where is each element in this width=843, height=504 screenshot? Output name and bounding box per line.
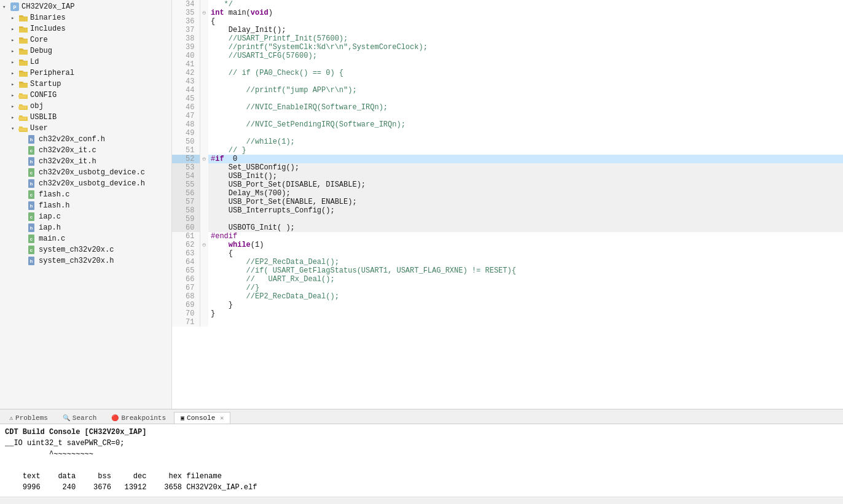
- sidebar-item-debug[interactable]: ▸ Debug: [0, 45, 171, 56]
- code-text: //USART_Printf_Init(57600);: [208, 34, 843, 43]
- code-view[interactable]: 34 */35⊖int main(void)36{37 Delay_Init()…: [172, 0, 843, 409]
- line-number: 38: [172, 34, 200, 43]
- tab-search[interactable]: 🔍Search: [56, 412, 104, 424]
- sidebar-item-ch32v20x_it_c[interactable]: c ch32v20x_it.c: [0, 145, 171, 156]
- sidebar-item-user[interactable]: ▾ User: [0, 123, 171, 134]
- code-text: //printf("SystemClk:%d\r\n",SystemCoreCl…: [208, 43, 843, 52]
- tab-breakpoints[interactable]: 🔴Breakpoints: [104, 412, 173, 424]
- sidebar-item-includes[interactable]: ▸ Includes: [0, 23, 171, 34]
- sidebar-item-core[interactable]: ▸ Core: [0, 34, 171, 45]
- line-number: 59: [172, 215, 200, 223]
- console-line-4: 9996 240 3676 13912 3658 CH32V20x_IAP.el…: [5, 482, 838, 493]
- file-h-icon: h: [27, 157, 37, 166]
- code-text: while(1): [208, 241, 843, 249]
- expand-arrow[interactable]: ▸: [11, 15, 18, 21]
- sidebar-item-flash_h[interactable]: h flash.h: [0, 200, 171, 211]
- expand-arrow[interactable]: ▸: [11, 26, 18, 33]
- line-number: 40: [172, 52, 200, 60]
- sidebar-item-label: ch32v20x_it.h: [39, 157, 96, 166]
- fold-indicator: [200, 112, 208, 120]
- expand-arrow[interactable]: ▸: [11, 48, 18, 55]
- expand-arrow[interactable]: ▾: [2, 4, 10, 10]
- expand-arrow[interactable]: ▾: [11, 125, 18, 132]
- folder-icon: [18, 24, 28, 34]
- sidebar-item-usblib[interactable]: ▸ USBLIB: [0, 112, 171, 123]
- tab-console[interactable]: ▣Console✕: [174, 412, 230, 424]
- scrollbar[interactable]: [0, 497, 843, 504]
- fold-indicator[interactable]: ⊖: [200, 9, 208, 17]
- expand-arrow[interactable]: ▸: [11, 59, 18, 66]
- expand-arrow[interactable]: ▸: [11, 103, 18, 110]
- sidebar-item-project-root[interactable]: ▾ P CH32V20x_IAP: [0, 1, 171, 12]
- console-content: CDT Build Console [CH32V20x_IAP]__IO uin…: [0, 424, 843, 497]
- fold-indicator: [200, 43, 208, 52]
- file-tree[interactable]: ▾ P CH32V20x_IAP ▸ Binaries ▸ Includes ▸…: [0, 0, 172, 409]
- fold-indicator: [200, 249, 208, 258]
- fold-indicator[interactable]: ⊖: [200, 155, 208, 163]
- expand-arrow[interactable]: ▸: [11, 114, 18, 121]
- code-text: Delay_Init();: [208, 26, 843, 34]
- sidebar-item-ch32v20x_conf[interactable]: h ch32v20x_conf.h: [0, 134, 171, 145]
- expand-arrow[interactable]: ▸: [11, 81, 18, 88]
- code-text: //}: [208, 284, 843, 292]
- svg-text:c: c: [30, 148, 33, 153]
- code-line-55: 55 USB_Port_Set(DISABLE, DISABLE);: [172, 180, 843, 189]
- expand-arrow[interactable]: ▸: [11, 37, 18, 44]
- sidebar-item-flash_c[interactable]: c flash.c: [0, 189, 171, 200]
- sidebar-item-binaries[interactable]: ▸ Binaries: [0, 12, 171, 23]
- code-line-47: 47: [172, 112, 843, 120]
- console-title: CDT Build Console [CH32V20x_IAP]: [5, 427, 838, 438]
- sidebar-item-label: system_ch32v20x.h: [39, 257, 114, 265]
- sidebar-item-iap_h[interactable]: h iap.h: [0, 222, 171, 233]
- line-number: 54: [172, 172, 200, 180]
- code-line-68: 68 //EP2_RecData_Deal();: [172, 292, 843, 301]
- expand-arrow[interactable]: ▸: [11, 70, 18, 77]
- line-number: 71: [172, 318, 200, 327]
- sidebar-item-ch32v20x_usbotg_device_c[interactable]: c ch32v20x_usbotg_device.c: [0, 167, 171, 178]
- code-line-54: 54 USB_Init();: [172, 172, 843, 180]
- sidebar-item-label: obj: [30, 102, 44, 110]
- sidebar-item-main_c[interactable]: c main.c: [0, 233, 171, 244]
- fold-indicator: [200, 120, 208, 129]
- close-tab-icon[interactable]: ✕: [220, 414, 224, 422]
- sidebar-item-system_ch32v20x_c[interactable]: c system_ch32v20x.c: [0, 244, 171, 255]
- svg-text:h: h: [30, 137, 33, 142]
- sidebar-item-obj[interactable]: ▸ obj: [0, 101, 171, 112]
- sidebar-item-ch32v20x_it_h[interactable]: h ch32v20x_it.h: [0, 156, 171, 167]
- code-line-63: 63 {: [172, 249, 843, 258]
- sidebar-item-ch32v20x_usbotg_device_h[interactable]: h ch32v20x_usbotg_device.h: [0, 178, 171, 189]
- sidebar-item-label: ch32v20x_usbotg_device.c: [39, 168, 145, 177]
- line-number: 51: [172, 146, 200, 155]
- sidebar-item-system_ch32v20x_h[interactable]: h system_ch32v20x.h: [0, 255, 171, 266]
- code-line-42: 42 // if (PA0_Check() == 0) {: [172, 69, 843, 77]
- code-line-65: 65 //if( USART_GetFlagStatus(USART1, USA…: [172, 266, 843, 275]
- code-text: //NVIC_EnableIRQ(Software_IRQn);: [208, 103, 843, 112]
- tab-bar[interactable]: ⚠Problems🔍Search🔴Breakpoints▣Console✕: [0, 409, 843, 424]
- sidebar-item-startup[interactable]: ▸ Startup: [0, 79, 171, 90]
- folder-open-icon: [18, 123, 28, 133]
- sidebar-item-config[interactable]: ▸ CONFIG: [0, 90, 171, 101]
- sidebar-item-peripheral[interactable]: ▸ Peripheral: [0, 68, 171, 79]
- tab-problems[interactable]: ⚠Problems: [2, 412, 55, 424]
- fold-indicator: [200, 103, 208, 112]
- code-line-52: 52⊖#if 0: [172, 155, 843, 163]
- sidebar-item-iap_c[interactable]: c iap.c: [0, 211, 171, 222]
- code-line-64: 64 //EP2_RecData_Deal();: [172, 258, 843, 266]
- expand-arrow[interactable]: ▸: [11, 92, 18, 99]
- console-line-1: ^~~~~~~~~~: [5, 449, 838, 460]
- sidebar-item-label: CH32V20x_IAP: [22, 2, 74, 11]
- code-text: //if( USART_GetFlagStatus(USART1, USART_…: [208, 266, 843, 275]
- sidebar-item-ld[interactable]: ▸ Ld: [0, 56, 171, 68]
- code-line-69: 69 }: [172, 301, 843, 309]
- line-number: 64: [172, 258, 200, 266]
- sidebar-item-label: Includes: [30, 25, 66, 33]
- fold-indicator[interactable]: ⊖: [200, 241, 208, 249]
- file-h-icon: h: [27, 223, 37, 233]
- fold-indicator: [200, 172, 208, 180]
- line-number: 44: [172, 86, 200, 95]
- code-line-53: 53 Set_USBConfig();: [172, 163, 843, 172]
- code-text: // UART_Rx_Deal();: [208, 275, 843, 284]
- code-text: USB_Port_Set(DISABLE, DISABLE);: [208, 180, 843, 189]
- code-text: //EP2_RecData_Deal();: [208, 292, 843, 301]
- fold-indicator: [200, 69, 208, 77]
